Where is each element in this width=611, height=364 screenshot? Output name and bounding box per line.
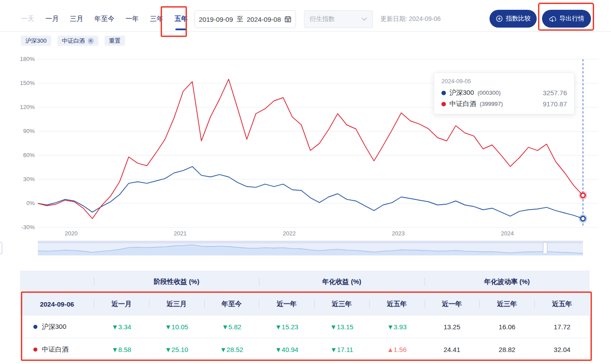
calendar-icon: [284, 16, 291, 23]
y-axis-label: 120%: [8, 104, 35, 110]
derived-index-placeholder: 衍生指数: [310, 15, 335, 23]
table-column-header: 近五年: [369, 293, 425, 315]
table-value-cell: ▼13.15: [314, 315, 369, 338]
table-value-cell: 13.25: [425, 315, 480, 338]
range-tab-一天[interactable]: 一天: [21, 15, 34, 23]
range-tab-年至今[interactable]: 年至今: [94, 15, 114, 23]
table-value-cell: ▲1.56: [369, 338, 425, 360]
performance-chart: 180%150%120%90%60%30%0%-30% 202020212022…: [0, 53, 611, 258]
table-value-cell: 16.06: [479, 315, 534, 338]
table-value-cell: ▼40.94: [259, 338, 314, 360]
tooltip-series-code: (399997): [480, 101, 503, 107]
series-dot: [33, 348, 37, 352]
range-tab-一年[interactable]: 一年: [125, 15, 139, 23]
table-column-header: 近三年: [314, 293, 369, 315]
tooltip-series-name: 沪深300: [449, 89, 474, 97]
table-group-header: 年化波动率 (%): [425, 271, 590, 293]
y-axis-label: 180%: [8, 56, 35, 62]
x-axis-label: 2023: [392, 230, 405, 237]
export-quotes-label: 导出行情: [559, 15, 584, 23]
plus-circle-icon: [496, 15, 503, 22]
range-navigator[interactable]: [38, 241, 583, 255]
y-axis-label: 90%: [8, 128, 35, 134]
tooltip-series-value: 9170.87: [543, 100, 567, 108]
navigator-left-handle[interactable]: [0, 242, 2, 254]
series-line-沪深300: [38, 166, 583, 218]
range-tab-五年[interactable]: 五年: [174, 15, 188, 23]
table-column-header: 近五年: [534, 293, 590, 315]
table-group-header: 年化收益 (%): [259, 271, 424, 293]
series-end-marker: [581, 193, 585, 198]
series-dot: [441, 102, 446, 106]
table-column-header: 年至今: [204, 293, 259, 315]
table-group-header: [20, 271, 94, 293]
tooltip-row: 中证白酒 (399997) 9170.87: [441, 98, 567, 109]
date-start: 2019-09-09: [199, 16, 233, 23]
table-value-cell: ▼3.34: [94, 315, 149, 338]
index-comparison-page: 一天一月三月年至今一年三年五年 2019-09-09 至 2024-09-08 …: [0, 0, 611, 364]
table-value-cell: ▼25.10: [149, 338, 204, 360]
tag-close-icon[interactable]: ✕: [88, 38, 94, 44]
toolbar-divider: [0, 31, 611, 32]
range-tab-三月[interactable]: 三月: [70, 15, 83, 23]
table-value-cell: 32.04: [534, 338, 590, 360]
tag-重置[interactable]: 重置: [105, 36, 125, 46]
update-date-label: 更新日期: 2024-09-06: [380, 15, 441, 23]
table-column-header: 近三年: [479, 293, 534, 315]
range-tab-一月[interactable]: 一月: [45, 15, 59, 23]
chart-tooltip: 2024-09-05 沪深300 (000300) 3257.76 中证白酒 (…: [434, 73, 575, 114]
y-axis-label: 150%: [8, 80, 35, 86]
export-quotes-button[interactable]: 导出行情: [542, 10, 591, 28]
tooltip-series-value: 3257.76: [543, 89, 567, 97]
index-compare-label: 指数比较: [506, 15, 531, 23]
table-row-name: 中证白酒: [20, 338, 94, 360]
table-column-header: 近一年: [425, 293, 480, 315]
date-separator: 至: [237, 15, 243, 24]
y-axis-label: 0%: [8, 200, 35, 206]
table-column-header: 近三月: [149, 293, 204, 315]
chevron-down-icon: [361, 17, 367, 21]
table-column-header: 近一月: [94, 293, 149, 315]
series-end-marker: [581, 216, 585, 221]
table-value-cell: ▼15.23: [259, 315, 314, 338]
tooltip-date: 2024-09-05: [441, 78, 567, 85]
cloud-download-icon: [549, 15, 556, 22]
table-value-cell: ▼3.93: [369, 315, 425, 338]
table-value-cell: 24.41: [425, 338, 480, 360]
table-value-cell: 17.72: [534, 315, 590, 338]
x-axis-label: 2021: [174, 230, 187, 237]
table-value-cell: ▼5.82: [204, 315, 259, 338]
table-value-cell: ▼28.52: [204, 338, 259, 360]
tooltip-series-name: 中证白酒: [449, 100, 476, 108]
range-tab-三年[interactable]: 三年: [150, 15, 163, 23]
table-value-cell: 28.82: [479, 338, 534, 360]
table-value-cell: ▼17.11: [314, 338, 369, 360]
y-axis-label: 30%: [8, 176, 35, 182]
range-tabs: 一天一月三月年至今一年三年五年: [21, 15, 188, 23]
derived-index-select[interactable]: 衍生指数: [304, 10, 373, 28]
y-axis-label: -30%: [8, 224, 35, 231]
tooltip-row: 沪深300 (000300) 3257.76: [441, 87, 567, 98]
table-row-name: 沪深300: [20, 315, 94, 338]
navigator-right-handle[interactable]: [543, 242, 547, 254]
x-axis-label: 2022: [283, 230, 296, 237]
tag-中证白酒[interactable]: 中证白酒 ✕: [57, 36, 98, 46]
table-group-header: 阶段性收益 (%): [94, 271, 259, 293]
series-dot: [441, 91, 446, 95]
x-axis-label: 2020: [65, 230, 78, 237]
index-compare-button[interactable]: 指数比较: [490, 10, 537, 28]
series-dot: [33, 325, 37, 329]
date-end: 2024-09-08: [247, 16, 281, 23]
date-range-input[interactable]: 2019-09-09 至 2024-09-08: [194, 10, 296, 28]
table-value-cell: ▼8.58: [94, 338, 149, 360]
index-tags: 沪深300 中证白酒 ✕ 重置: [21, 36, 125, 46]
stats-table: 阶段性收益 (%)年化收益 (%)年化波动率 (%)2024-09-06近一月近…: [20, 271, 590, 360]
tooltip-series-code: (000300): [477, 89, 501, 96]
table-column-header: 2024-09-06: [20, 293, 94, 315]
table-column-header: 近一年: [259, 293, 314, 315]
table-value-cell: ▼10.05: [149, 315, 204, 338]
tag-沪深300[interactable]: 沪深300: [21, 36, 51, 46]
x-axis-label: 2024: [501, 230, 514, 237]
y-axis-label: 60%: [8, 152, 35, 158]
